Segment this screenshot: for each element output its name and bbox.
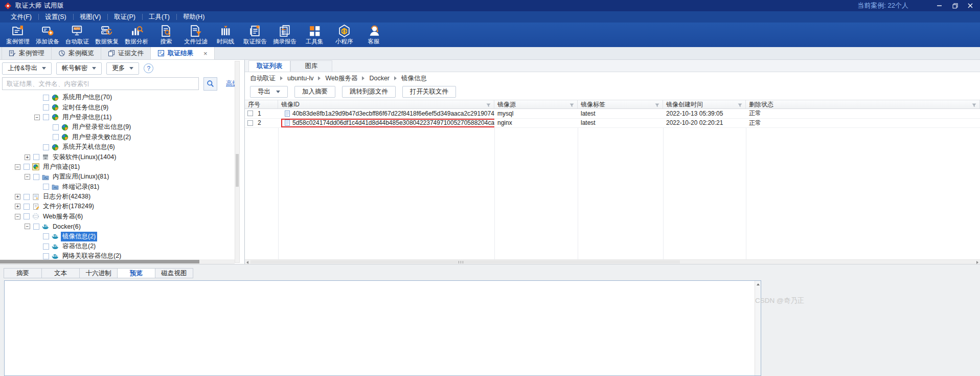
collapse-icon[interactable]: − — [34, 115, 40, 120]
breadcrumb-item[interactable]: 自动取证 — [250, 74, 276, 83]
collapse-icon[interactable]: − — [25, 224, 30, 229]
left-toolbar-button[interactable]: 上传&导出 — [2, 62, 52, 75]
menu-item[interactable]: 设置(S) — [38, 11, 73, 23]
column-header[interactable]: 删除状态 — [746, 100, 980, 108]
toolbar-toolset[interactable]: 工具集 — [300, 23, 329, 47]
tree-checkbox[interactable] — [43, 184, 49, 190]
preview-tab-4[interactable]: 预览 — [117, 268, 155, 278]
result-tab-2[interactable]: 图库 — [290, 60, 332, 72]
close-icon[interactable] — [963, 0, 978, 11]
column-header[interactable]: 镜像创建时间 — [663, 100, 746, 108]
breadcrumb-item[interactable]: Docker — [369, 75, 390, 82]
toolbar-add-device[interactable]: 添加设备 — [33, 23, 62, 47]
tree-vertical-scrollbar[interactable] — [235, 61, 240, 263]
tree-checkbox[interactable] — [53, 124, 59, 130]
tree-checkbox[interactable] — [43, 114, 49, 120]
collapse-icon[interactable]: − — [25, 174, 30, 180]
tree-item[interactable]: 定时任务信息(9) — [0, 102, 244, 112]
toolbar-report[interactable]: 取证报告 — [240, 23, 270, 47]
preview-tab-1[interactable]: 摘要 — [4, 268, 42, 278]
preview-tab-5[interactable]: 磁盘视图 — [155, 268, 193, 278]
table-row[interactable]: 25d58c024174dd06df1c4d41d8d44b485e308042… — [245, 119, 980, 128]
tree-checkbox[interactable] — [43, 144, 49, 150]
restore-icon[interactable] — [947, 0, 963, 11]
tree-checkbox[interactable] — [24, 194, 30, 200]
scroll-up-arrow-icon[interactable] — [755, 281, 761, 287]
toolbar-timeline[interactable]: 时间线 — [211, 23, 240, 47]
tree-item[interactable]: +日志分析(42438) — [0, 192, 244, 202]
toolbar-search-doc[interactable]: 搜索 — [151, 23, 181, 47]
tree-checkbox[interactable] — [24, 204, 30, 210]
action-button[interactable]: 跳转到源文件 — [342, 86, 396, 98]
tree-item[interactable]: 系统开关机信息(6) — [0, 142, 244, 152]
main-tab-2[interactable]: 案例概览 — [52, 47, 101, 59]
tree-item[interactable]: 容器信息(2) — [0, 241, 244, 251]
preview-vertical-scrollbar[interactable] — [755, 281, 761, 375]
toolbar-file-filter[interactable]: 文件过滤 — [181, 23, 211, 47]
result-tab-1[interactable]: 取证列表 — [248, 60, 290, 72]
search-input[interactable] — [2, 77, 199, 90]
column-header[interactable]: 镜像标签 — [578, 100, 663, 108]
expand-icon[interactable]: + — [15, 194, 20, 200]
scrollbar-thumb[interactable] — [0, 260, 199, 263]
menu-item[interactable]: 取证(P) — [107, 11, 142, 23]
menu-item[interactable]: 文件(F) — [4, 11, 38, 23]
toolbar-data-analysis[interactable]: 数据分析 — [122, 23, 151, 47]
tree-item[interactable]: −Docker(6) — [0, 222, 244, 231]
toolbar-excerpt-report[interactable]: 摘录报告 — [270, 23, 300, 47]
main-tab-1[interactable]: 案例管理 — [2, 47, 52, 59]
main-tab-3[interactable]: 证据文件 — [101, 47, 151, 59]
row-checkbox[interactable] — [247, 110, 253, 116]
toolbar-customer-service[interactable]: 客服 — [359, 23, 389, 47]
preview-tab-3[interactable]: 十六进制 — [79, 268, 118, 278]
action-button[interactable]: 打开关联文件 — [402, 86, 456, 98]
tree-item[interactable]: −用户痕迹(81) — [0, 162, 244, 172]
help-button[interactable]: ? — [144, 63, 153, 73]
left-toolbar-button[interactable]: 帐号解密 — [56, 62, 102, 75]
collapse-icon[interactable]: − — [15, 164, 20, 170]
action-button[interactable]: 加入摘要 — [294, 86, 335, 98]
action-button[interactable]: 导出 — [250, 86, 288, 98]
tree-item[interactable]: +安装软件(Linux)(1404) — [0, 152, 244, 162]
row-checkbox[interactable] — [247, 120, 253, 126]
expand-icon[interactable]: + — [25, 154, 30, 160]
tree-checkbox[interactable] — [43, 95, 49, 101]
scrollbar-grip[interactable] — [459, 261, 464, 263]
tree-item[interactable]: 用户登录失败信息(2) — [0, 132, 244, 142]
tree-checkbox[interactable] — [53, 134, 59, 140]
tree-checkbox[interactable] — [33, 224, 39, 230]
tree-checkbox[interactable] — [43, 104, 49, 110]
menu-item[interactable]: 帮助(H) — [176, 11, 211, 23]
right-horizontal-scrollbar[interactable] — [245, 259, 980, 264]
toolbar-data-recovery[interactable]: 数据恢复 — [92, 23, 122, 47]
toolbar-mini-program[interactable]: 小程序 — [329, 23, 359, 47]
tree-item[interactable]: 系统用户信息(70) — [0, 93, 244, 102]
tree-item[interactable]: −Web服务器(6) — [0, 212, 244, 222]
tree-item[interactable]: 镜像信息(2) — [0, 231, 244, 241]
tree-checkbox[interactable] — [33, 174, 39, 180]
expand-icon[interactable]: + — [15, 204, 20, 209]
table-row[interactable]: 140b83de8fb1a29d9b47d3ecbff86f67d22f8418… — [245, 109, 980, 119]
column-header[interactable]: 镜像ID — [278, 100, 494, 108]
tree-checkbox[interactable] — [43, 244, 49, 250]
tree-item[interactable]: −内置应用(Linux)(81) — [0, 172, 244, 182]
toolbar-case-manage[interactable]: 案例管理 — [3, 23, 33, 47]
scrollbar-thumb[interactable] — [250, 260, 680, 263]
breadcrumb-item[interactable]: ubuntu-lv — [287, 75, 313, 82]
tree-item[interactable]: 终端记录(81) — [0, 182, 244, 192]
tree-item[interactable]: +文件分析(178249) — [0, 202, 244, 211]
column-header[interactable]: 序号 — [245, 100, 278, 108]
tree-checkbox[interactable] — [33, 154, 39, 160]
left-horizontal-scrollbar[interactable] — [0, 259, 235, 264]
collapse-icon[interactable]: − — [15, 214, 20, 219]
tree-checkbox[interactable] — [24, 213, 30, 219]
tree-item[interactable]: 网络关联容器信息(2) — [0, 251, 244, 259]
breadcrumb-item[interactable]: 镜像信息 — [401, 74, 427, 83]
menu-item[interactable]: 视图(V) — [73, 11, 108, 23]
left-toolbar-button[interactable]: 更多 — [106, 62, 139, 75]
scrollbar-thumb[interactable] — [236, 154, 239, 187]
minimize-icon[interactable] — [932, 0, 947, 11]
search-button[interactable] — [203, 77, 217, 91]
tab-close-icon[interactable]: × — [203, 50, 208, 57]
menu-item[interactable]: 工具(T) — [142, 11, 176, 23]
